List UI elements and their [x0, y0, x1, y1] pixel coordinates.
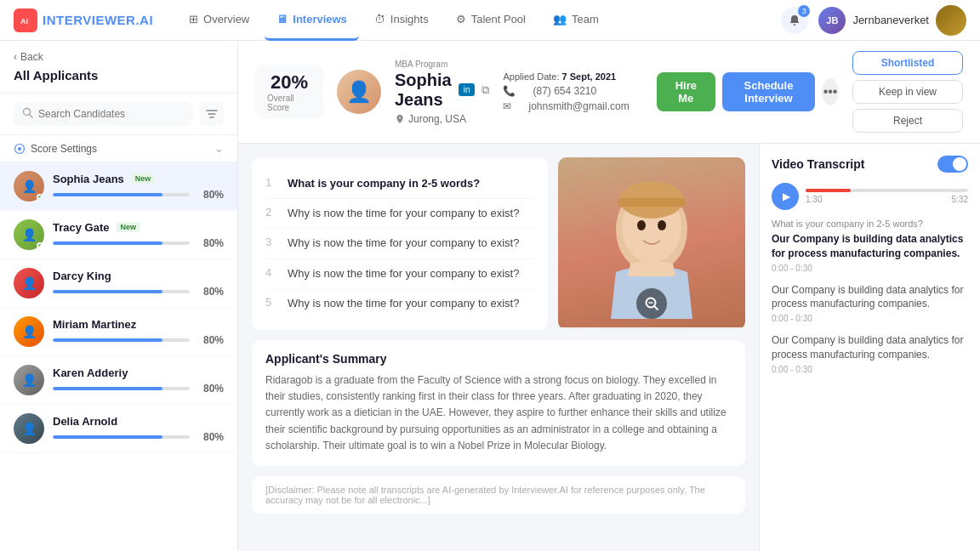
score-settings-toggle[interactable]: Score Settings ⌄ [0, 135, 237, 162]
candidate-score: 80% [197, 286, 224, 298]
profile-details: MBA Program Sophia Jeans in ⧉ Jurong, US… [395, 60, 489, 125]
interviews-icon: 🖥 [276, 13, 288, 26]
profile-header: 20% Overall Score 👤 MBA Program Sophia J… [238, 41, 980, 144]
question-item[interactable]: 4 Why is now the time for your company t… [265, 259, 534, 289]
overall-score-value: 20% [271, 71, 308, 94]
list-item[interactable]: 👤 Miriam Martinez 80% [0, 308, 237, 356]
app-logo[interactable]: AI INTERVIEWER.AI [14, 9, 153, 32]
overall-score-box: 20% Overall Score [255, 65, 323, 119]
candidate-name: Delia Arnold [53, 415, 117, 428]
logo-text: INTERVIEWER.AI [43, 13, 153, 27]
summary-text: Ridaragob is a graduate from the Faculty… [265, 372, 732, 454]
chevron-down-icon: ⌄ [214, 142, 224, 155]
video-preview [558, 157, 745, 330]
play-button[interactable]: ▶ [772, 183, 799, 210]
more-options-button[interactable]: ••• [822, 78, 839, 105]
candidate-score: 80% [197, 237, 224, 249]
keep-in-view-button[interactable]: Keep in view [852, 80, 963, 104]
hire-button[interactable]: Hire Me [657, 72, 715, 111]
nav-item-interviews[interactable]: 🖥 Interviews [265, 0, 359, 41]
candidate-avatar: 👤 [14, 171, 44, 202]
candidate-name-row: Miriam Martinez [53, 318, 224, 331]
current-time: 1:30 [806, 195, 822, 204]
filter-button[interactable] [200, 102, 224, 126]
candidate-name: Sophia Jeans [53, 173, 124, 185]
user-name: Jernbaneverket [852, 14, 929, 26]
list-item[interactable]: 👤 Darcy King 80% [0, 259, 237, 308]
notification-button[interactable]: 3 [781, 7, 808, 34]
nav-item-insights[interactable]: ⏱ Insights [362, 0, 441, 41]
candidate-name-row: Sophia Jeans New [53, 173, 224, 185]
progress-fill [806, 189, 851, 192]
candidate-name: Darcy King [53, 270, 111, 282]
user-info[interactable]: JB Jernbaneverket [818, 5, 966, 36]
list-item[interactable]: 👤 Karen Adderiy 80% [0, 356, 237, 405]
zoom-overlay [636, 288, 667, 319]
list-item[interactable]: 👤 Sophia Jeans New 80% [0, 162, 237, 211]
nav-right: 3 JB Jernbaneverket [781, 5, 966, 36]
video-thumbnail[interactable] [558, 157, 745, 327]
search-input[interactable] [38, 108, 185, 120]
candidate-avatar: 👤 [14, 413, 44, 444]
reject-button[interactable]: Reject [852, 109, 963, 133]
question-text: Why is now the time for your company to … [288, 266, 519, 281]
new-badge: New [117, 222, 141, 232]
main-layout: ‹ Back All Applicants Score Settings ⌄ [0, 41, 980, 551]
profile-name-row: Sophia Jeans in ⧉ [395, 71, 489, 110]
list-item[interactable]: 👤 Tracy Gate New 80% [0, 211, 237, 259]
question-item[interactable]: 1 What is your company in 2-5 words? [265, 169, 534, 199]
email-address: johnsmith@gmail.com [528, 100, 629, 112]
svg-point-5 [18, 147, 21, 151]
program-label: MBA Program [395, 60, 489, 69]
score-bar [53, 435, 190, 439]
candidate-name-row: Tracy Gate New [53, 221, 224, 234]
email-icon: ✉ [503, 100, 511, 112]
question-number: 4 [265, 266, 279, 281]
sidebar-header: ‹ Back All Applicants [0, 41, 237, 94]
summary-title: Applicant's Summary [265, 352, 732, 366]
score-bar [53, 241, 190, 245]
candidate-name-row: Darcy King [53, 270, 224, 282]
play-icon: ▶ [783, 190, 790, 202]
transcript-toggle[interactable] [937, 156, 968, 173]
profile-quick-actions: Shortlisted Keep in view Reject [852, 51, 963, 133]
candidate-name: Karen Adderiy [53, 366, 128, 379]
candidate-avatar: 👤 [14, 316, 44, 347]
applicant-summary: Applicant's Summary Ridaragob is a gradu… [252, 340, 745, 466]
candidate-info: Delia Arnold 80% [53, 415, 224, 443]
nav-item-talent-pool[interactable]: ⚙ Talent Pool [444, 0, 538, 41]
profile-contact: Applied Date: 7 Sept, 2021 📞 (87) 654 32… [503, 71, 629, 112]
candidates-list: 👤 Sophia Jeans New 80% 👤 [0, 162, 237, 551]
candidate-name: Miriam Martinez [53, 318, 136, 331]
phone-number: (87) 654 3210 [533, 85, 596, 97]
question-item[interactable]: 3 Why is now the time for your company t… [265, 229, 534, 258]
question-item[interactable]: 5 Why is now the time for your company t… [265, 289, 534, 318]
question-number: 1 [265, 176, 279, 191]
video-transcript-panel: Video Transcript ▶ 1:30 [759, 144, 980, 551]
candidate-avatar: 👤 [14, 365, 44, 395]
back-link[interactable]: ‹ Back [14, 51, 224, 63]
transcript-title: Video Transcript [772, 157, 864, 171]
transcript-item: What is your company in 2-5 words? Our C… [772, 219, 968, 273]
new-badge: New [131, 173, 156, 184]
copy-link-icon[interactable]: ⧉ [481, 83, 489, 97]
shortlisted-button[interactable]: Shortlisted [852, 51, 963, 75]
transcript-time: 0:00 - 0:30 [772, 365, 968, 374]
time-display: 1:30 5:32 [806, 195, 968, 204]
transcript-item: Our Company is building data analytics f… [772, 333, 968, 374]
candidate-score: 80% [197, 431, 224, 443]
top-navigation: AI INTERVIEWER.AI ⊞ Overview 🖥 Interview… [0, 0, 980, 41]
progress-bar[interactable]: 1:30 5:32 [806, 189, 968, 204]
nav-item-overview[interactable]: ⊞ Overview [177, 0, 261, 41]
questions-video-panel: 1 What is your company in 2-5 words? 2 W… [238, 144, 759, 551]
list-item[interactable]: 👤 Delia Arnold 80% [0, 405, 237, 453]
schedule-button[interactable]: Schedule Interview [722, 72, 815, 111]
linkedin-button[interactable]: in [459, 83, 476, 96]
candidate-bar-row: 80% [53, 383, 224, 395]
candidate-info: Darcy King 80% [53, 270, 224, 298]
question-item[interactable]: 2 Why is now the time for your company t… [265, 199, 534, 229]
nav-item-team[interactable]: 👥 Team [541, 0, 611, 41]
search-box[interactable] [14, 102, 193, 126]
overview-icon: ⊞ [189, 13, 198, 26]
zoom-icon[interactable] [636, 288, 667, 319]
